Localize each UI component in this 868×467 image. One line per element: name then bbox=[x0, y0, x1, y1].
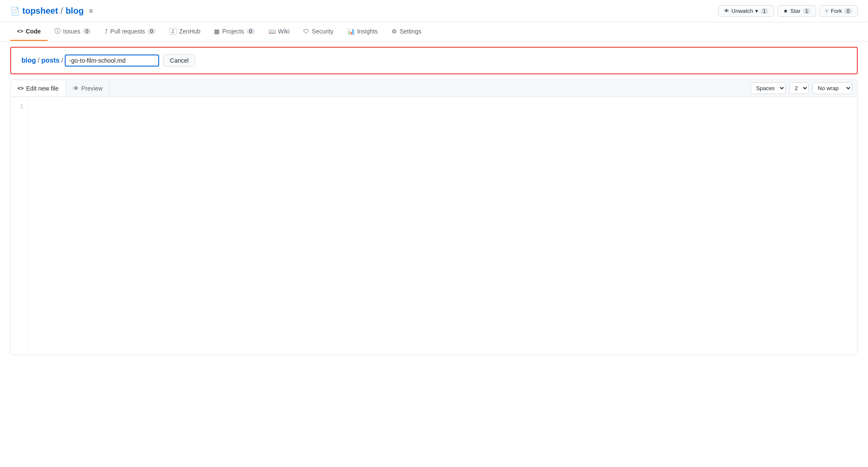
tab-settings[interactable]: ⚙ Settings bbox=[385, 23, 428, 41]
tab-issues-label: Issues bbox=[63, 28, 80, 35]
pr-badge: 0 bbox=[148, 28, 156, 34]
indent-select[interactable]: 2 4 8 bbox=[789, 82, 809, 94]
editor-body: 1 bbox=[11, 97, 857, 355]
header-actions: 👁 Unwatch ▾ 1 ★ Star 1 ⑂ Fork 0 bbox=[718, 5, 858, 17]
editor-toolbar: <> Edit new file 👁 Preview Spaces Tabs 2… bbox=[11, 80, 857, 97]
tab-projects[interactable]: ▦ Projects 0 bbox=[207, 23, 261, 41]
tab-edit-new-file[interactable]: <> Edit new file bbox=[11, 81, 66, 96]
pr-icon: ⤴ bbox=[105, 28, 108, 35]
tab-pull-requests[interactable]: ⤴ Pull requests 0 bbox=[98, 23, 163, 41]
chevron-down-icon: ▾ bbox=[755, 8, 758, 14]
breadcrumb-area: blog / posts / Cancel bbox=[10, 47, 858, 74]
fork-icon: ⑂ bbox=[825, 8, 829, 14]
fork-count: 0 bbox=[844, 8, 852, 14]
tab-preview[interactable]: 👁 Preview bbox=[66, 81, 110, 96]
unwatch-button[interactable]: 👁 Unwatch ▾ 1 bbox=[718, 5, 774, 17]
unwatch-count: 1 bbox=[760, 8, 769, 14]
tab-zenhub-label: ZenHub bbox=[179, 28, 201, 35]
unwatch-label: Unwatch bbox=[732, 8, 753, 14]
editor-tab-bar: <> Edit new file 👁 Preview bbox=[11, 81, 110, 96]
edit-code-icon: <> bbox=[18, 85, 24, 91]
edit-tab-label: Edit new file bbox=[26, 85, 58, 92]
tab-insights-label: Insights bbox=[357, 28, 378, 35]
issues-badge: 0 bbox=[83, 28, 91, 34]
insights-icon: 📊 bbox=[347, 28, 355, 35]
repo-title: 📄 topsheet / blog ≡ bbox=[10, 6, 93, 16]
owner-link[interactable]: topsheet bbox=[22, 6, 58, 16]
tab-code[interactable]: <> Code bbox=[10, 23, 48, 41]
preview-icon: 👁 bbox=[73, 85, 79, 92]
code-icon: <> bbox=[17, 28, 23, 34]
title-separator: / bbox=[60, 6, 63, 16]
repo-icon: 📄 bbox=[10, 6, 20, 16]
repo-link[interactable]: blog bbox=[66, 6, 84, 16]
top-bar: 📄 topsheet / blog ≡ 👁 Unwatch ▾ 1 ★ Star… bbox=[0, 0, 868, 22]
star-count: 1 bbox=[803, 8, 811, 14]
line-number-1: 1 bbox=[15, 102, 23, 111]
wiki-icon: 📖 bbox=[268, 28, 276, 35]
tab-projects-label: Projects bbox=[222, 28, 244, 35]
breadcrumb-root[interactable]: blog bbox=[21, 57, 36, 64]
breadcrumb-sep-1: / bbox=[38, 57, 39, 64]
filename-input[interactable] bbox=[65, 55, 159, 67]
breadcrumb-sep-2: / bbox=[61, 57, 63, 64]
eye-icon: 👁 bbox=[724, 8, 729, 14]
tab-zenhub[interactable]: Z ZenHub bbox=[163, 23, 208, 41]
fork-label: Fork bbox=[831, 8, 842, 14]
wrap-select[interactable]: No wrap Soft wrap bbox=[812, 82, 852, 94]
tab-wiki-label: Wiki bbox=[278, 28, 289, 35]
preview-tab-label: Preview bbox=[81, 85, 103, 92]
star-label: Star bbox=[790, 8, 801, 14]
tab-pr-label: Pull requests bbox=[110, 28, 145, 35]
tab-code-label: Code bbox=[26, 28, 41, 35]
line-numbers: 1 bbox=[11, 97, 28, 355]
editor-controls: Spaces Tabs 2 4 8 No wrap Soft wrap bbox=[745, 80, 857, 97]
tab-security-label: Security bbox=[312, 28, 334, 35]
spaces-select[interactable]: Spaces Tabs bbox=[750, 82, 786, 94]
star-icon: ★ bbox=[783, 8, 788, 14]
tab-wiki[interactable]: 📖 Wiki bbox=[262, 23, 296, 41]
editor-textarea[interactable] bbox=[28, 97, 857, 355]
breadcrumb-posts[interactable]: posts bbox=[41, 57, 60, 64]
fork-button[interactable]: ⑂ Fork 0 bbox=[820, 5, 858, 17]
tab-insights[interactable]: 📊 Insights bbox=[341, 23, 385, 41]
tab-security[interactable]: 🛡 Security bbox=[296, 23, 341, 41]
settings-icon: ⚙ bbox=[392, 28, 397, 35]
tab-settings-label: Settings bbox=[400, 28, 422, 35]
projects-icon: ▦ bbox=[214, 28, 220, 35]
zenhub-icon: Z bbox=[169, 28, 177, 35]
projects-badge: 0 bbox=[247, 28, 255, 34]
hamburger-menu[interactable]: ≡ bbox=[89, 7, 93, 15]
star-button[interactable]: ★ Star 1 bbox=[778, 5, 817, 17]
security-icon: 🛡 bbox=[303, 28, 309, 35]
cancel-button[interactable]: Cancel bbox=[163, 55, 195, 67]
issues-icon: ⓘ bbox=[54, 27, 60, 35]
editor-container: <> Edit new file 👁 Preview Spaces Tabs 2… bbox=[10, 79, 858, 355]
tab-issues[interactable]: ⓘ Issues 0 bbox=[48, 22, 98, 41]
nav-tabs: <> Code ⓘ Issues 0 ⤴ Pull requests 0 Z Z… bbox=[0, 22, 868, 42]
